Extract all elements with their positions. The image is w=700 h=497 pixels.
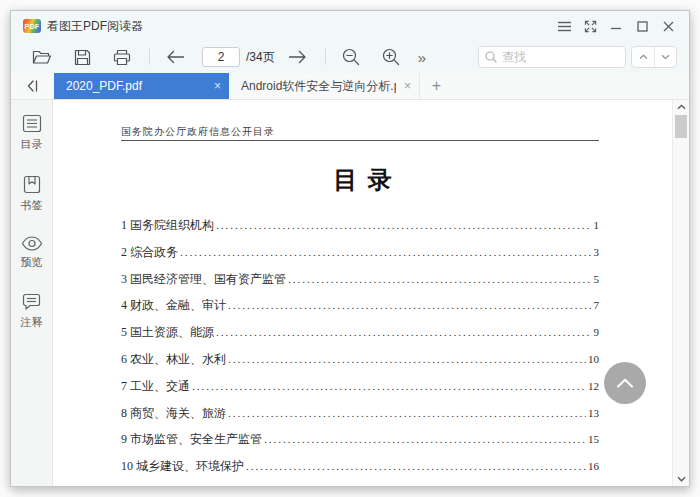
page-total-label: /34页 (246, 49, 275, 66)
search-input[interactable] (502, 50, 619, 64)
page-number-input[interactable] (202, 47, 240, 67)
toc-leader-dots: ........................................… (228, 353, 586, 365)
toc-entry-page: 9 (594, 326, 600, 338)
bookmark-icon (23, 175, 41, 194)
maximize-icon[interactable] (629, 13, 655, 39)
tab-label: Android软件安全与逆向分析.pdf (241, 78, 396, 95)
toc-entry[interactable]: 6 农业、林业、水利 .............................… (121, 351, 599, 378)
toc-entry[interactable]: 8 商贸、海关、旅游 .............................… (121, 405, 599, 432)
next-page-icon[interactable] (285, 44, 311, 70)
title-bar: PDF 看图王PDF阅读器 (11, 11, 689, 41)
tab-close-icon[interactable]: × (214, 80, 221, 92)
comment-icon (22, 293, 41, 311)
search-previous-icon[interactable] (632, 47, 654, 67)
back-to-top-button[interactable] (604, 362, 646, 404)
toolbar-separator (325, 49, 326, 65)
search-next-icon[interactable] (654, 47, 676, 67)
toc-entry[interactable]: 10 城乡建设、环境保护 ...........................… (121, 458, 599, 485)
menu-icon[interactable] (551, 13, 577, 39)
header-rule (121, 140, 599, 141)
minimize-icon[interactable] (603, 13, 629, 39)
toc-entry-page: 1 (594, 219, 600, 231)
document-title: 目录 (53, 164, 672, 196)
toc-leader-dots: ........................................… (216, 326, 592, 338)
toc-leader-dots: ........................................… (288, 273, 592, 285)
toc-entry-page: 3 (594, 246, 600, 258)
sidebar-item-preview[interactable]: 预览 (21, 236, 43, 270)
sidebar-item-bookmarks[interactable]: 书签 (21, 175, 43, 213)
toc-entry-label: 10 城乡建设、环境保护 (121, 458, 244, 475)
zoom-in-icon[interactable] (378, 44, 404, 70)
zoom-out-icon[interactable] (338, 44, 364, 70)
vertical-scrollbar[interactable] (672, 100, 689, 486)
tab-label: 2020_PDF.pdf (66, 79, 206, 93)
toc-leader-dots: ........................................… (216, 219, 592, 231)
toc-entry[interactable]: 2 综合政务 .................................… (121, 244, 599, 271)
sidebar-item-label: 目录 (21, 137, 43, 152)
search-nav-buttons (631, 46, 677, 68)
collapse-sidebar-icon[interactable] (11, 73, 54, 99)
toc-entry-label: 8 商贸、海关、旅游 (121, 405, 226, 422)
toc-entry-label: 9 市场监管、安全生产监管 (121, 431, 262, 448)
app-title: 看图王PDF阅读器 (47, 18, 143, 35)
toc-entry-page: 5 (594, 273, 600, 285)
toc-entry[interactable]: 3 国民经济管理、国有资产监管 ........................… (121, 271, 599, 298)
toc-entry-label: 3 国民经济管理、国有资产监管 (121, 271, 286, 288)
toolbar: /34页 » (11, 41, 689, 73)
search-box[interactable] (478, 46, 626, 68)
toc-leader-dots: ........................................… (264, 433, 586, 445)
app-logo-icon: PDF (23, 19, 41, 33)
left-sidebar: 目录 书签 预览 注释 (11, 100, 53, 486)
app-window: PDF 看图王PDF阅读器 (10, 10, 690, 487)
print-icon[interactable] (109, 44, 135, 70)
toc-entry-label: 2 综合政务 (121, 244, 178, 261)
sidebar-item-label: 预览 (21, 255, 43, 270)
toc-entry-label: 5 国土资源、能源 (121, 324, 214, 341)
toc-entry-label: 7 工业、交通 (121, 378, 190, 395)
scroll-down-icon[interactable] (673, 474, 689, 484)
toc-entry[interactable]: 1 国务院组织机构 ..............................… (121, 217, 599, 244)
toc-entry[interactable]: 5 国土资源、能源 ..............................… (121, 324, 599, 351)
toc-entry-label: 6 农业、林业、水利 (121, 351, 226, 368)
save-icon[interactable] (69, 44, 95, 70)
fullscreen-icon[interactable] (577, 13, 603, 39)
main-area: 目录 书签 预览 注释 (11, 100, 689, 486)
toc-icon (22, 114, 42, 133)
toc-entry-page: 13 (588, 407, 599, 419)
toc-entry-page: 7 (594, 299, 600, 311)
new-tab-button[interactable]: + (419, 73, 453, 99)
open-file-icon[interactable] (29, 44, 55, 70)
sidebar-item-label: 书签 (21, 198, 43, 213)
document-running-header: 国务院办公厅政府信息公开目录 (121, 125, 275, 139)
toc-leader-dots: ........................................… (180, 246, 592, 258)
toc-entry-label: 4 财政、金融、审计 (121, 297, 226, 314)
more-tools-chevron[interactable]: » (418, 50, 426, 65)
sidebar-item-label: 注释 (21, 315, 43, 330)
close-icon[interactable] (655, 13, 681, 39)
sidebar-item-contents[interactable]: 目录 (21, 114, 43, 152)
tab-android-pdf[interactable]: Android软件安全与逆向分析.pdf × (229, 73, 419, 99)
tab-close-icon[interactable]: × (404, 80, 411, 92)
eye-icon (21, 236, 43, 251)
toc-leader-dots: ........................................… (246, 460, 586, 472)
toc-entry-page: 15 (588, 433, 599, 445)
toc-entry[interactable]: 9 市场监管、安全生产监管 ..........................… (121, 431, 599, 458)
toolbar-separator (149, 49, 150, 65)
toc-entry-page: 12 (588, 380, 599, 392)
toc-entry[interactable]: 4 财政、金融、审计 .............................… (121, 297, 599, 324)
toc-leader-dots: ........................................… (192, 380, 586, 392)
toc-entry[interactable]: 7 工业、交通 ................................… (121, 378, 599, 405)
toc-leader-dots: ........................................… (228, 407, 586, 419)
toc-entry-page: 10 (588, 353, 599, 365)
chevron-up-icon (616, 378, 634, 388)
scroll-up-icon[interactable] (673, 102, 689, 112)
sidebar-item-annotations[interactable]: 注释 (21, 293, 43, 330)
search-icon (485, 51, 497, 63)
previous-page-icon[interactable] (162, 44, 188, 70)
search-area (478, 46, 677, 68)
tab-2020-pdf[interactable]: 2020_PDF.pdf × (54, 73, 229, 99)
scrollbar-thumb[interactable] (675, 115, 687, 138)
document-page[interactable]: 国务院办公厅政府信息公开目录 目录 1 国务院组织机构 ............… (53, 100, 672, 486)
toc-list: 1 国务院组织机构 ..............................… (121, 217, 599, 485)
tab-bar: 2020_PDF.pdf × Android软件安全与逆向分析.pdf × + (11, 73, 689, 100)
